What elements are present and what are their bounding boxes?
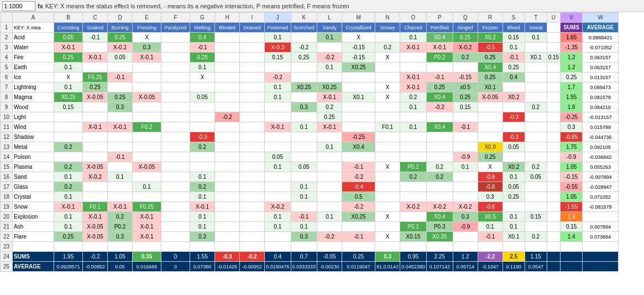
col-G[interactable]: G	[190, 13, 215, 23]
cell-5-I	[240, 63, 265, 73]
cell-4-O	[400, 53, 427, 63]
cell-8-W: 0.081578	[583, 92, 619, 102]
col-R[interactable]: R	[478, 13, 502, 23]
cell-8-G: 0.05	[190, 92, 215, 102]
col-S[interactable]: S	[502, 13, 525, 23]
cell-11-U	[547, 122, 560, 132]
cell-20-G: 0.1	[190, 212, 215, 222]
cell-24-O: 0.95	[400, 252, 427, 262]
cell-1-I: Drained	[240, 23, 265, 33]
col-O[interactable]: O	[400, 13, 427, 23]
cell-19-Q: X-0.2	[453, 202, 478, 212]
col-V[interactable]: V	[561, 13, 583, 23]
col-D[interactable]: D	[108, 13, 133, 23]
cell-18-N	[375, 192, 400, 202]
cell-19-T	[525, 202, 547, 212]
cell-24-I: -0.2	[240, 252, 265, 262]
cell-2-Q: 0.25	[453, 33, 478, 43]
cell-14-U	[547, 152, 560, 162]
col-P[interactable]: P	[426, 13, 453, 23]
cell-17-W: -0.028947	[583, 182, 619, 192]
col-H[interactable]: H	[215, 13, 240, 23]
cell-16-E	[133, 172, 161, 182]
cell-22-D: 0.3	[108, 232, 133, 242]
cell-24-T: 1.15	[525, 252, 547, 262]
cell-23-L	[317, 242, 342, 252]
zoom-input[interactable]	[2, 1, 35, 11]
cell-3-R: -0.5	[478, 43, 502, 53]
cell-4-T: X0.1	[525, 53, 547, 63]
col-L[interactable]: L	[317, 13, 342, 23]
col-E[interactable]: E	[133, 13, 161, 23]
cell-8-E: X-0.05	[133, 92, 161, 102]
cell-10-H: -0.2	[215, 112, 240, 122]
col-K[interactable]: K	[291, 13, 317, 23]
col-J[interactable]: J	[265, 13, 291, 23]
cell-1-O: Charred	[400, 23, 427, 33]
cell-4-G: 0.25	[190, 53, 215, 63]
cell-25-P: 0.107142	[426, 262, 453, 272]
col-Q[interactable]: Q	[453, 13, 478, 23]
row-num-7: 7	[1, 82, 13, 92]
cell-23-M	[342, 242, 375, 252]
cell-11-J: X-0.1	[265, 122, 291, 132]
cell-25-H: -0.01428	[215, 262, 240, 272]
cell-22-S: X0.1	[502, 232, 525, 242]
cell-16-G: 0.1	[190, 172, 215, 182]
cell-24-U	[547, 252, 560, 262]
cell-16-O: 0.2	[400, 172, 427, 182]
cell-7-O: X-0.1	[400, 82, 427, 92]
cell-22-O: X0.15	[400, 232, 427, 242]
col-F[interactable]: F	[161, 13, 190, 23]
cell-2-V: 1.65	[561, 33, 583, 43]
row-num-21: 21	[1, 222, 13, 232]
cell-19-C: F0.1	[83, 202, 108, 212]
cell-5-B: 0.1	[54, 63, 83, 73]
col-I[interactable]: I	[240, 13, 265, 23]
cell-3-N: 0.2	[375, 43, 400, 53]
cell-25-J: 0.0190476	[265, 262, 291, 272]
cell-25-T: 0.0547	[525, 262, 547, 272]
cell-16-J	[265, 172, 291, 182]
table-row: 5 Earth 0.1 0.1 0.1 X0.25 X0.4 0.25 1.2 …	[1, 63, 619, 73]
cell-4-E: X-0.1	[133, 53, 161, 63]
cell-7-S	[502, 82, 525, 92]
cell-22-N: X	[375, 232, 400, 242]
cell-23-U	[547, 242, 560, 252]
col-T[interactable]: T	[525, 13, 547, 23]
cell-25-O: 0.0452380	[400, 262, 427, 272]
sums-row: 24 SUMS 1.95 -0.2 1.05 0.35 0 1.55 -0.3 …	[1, 252, 619, 262]
cell-4-P: P0.2	[426, 53, 453, 63]
cell-11-B	[54, 122, 83, 132]
cell-23-E	[133, 242, 161, 252]
cell-15-J: 0.1	[265, 162, 291, 172]
cell-16-H	[215, 172, 240, 182]
col-C[interactable]: C	[83, 13, 108, 23]
col-N[interactable]: N	[375, 13, 400, 23]
cell-17-L	[317, 182, 342, 192]
col-W[interactable]: W	[583, 13, 619, 23]
cell-2-K	[291, 33, 317, 43]
cell-19-O: X-0.2	[400, 202, 427, 212]
cell-10-W: -0.013157	[583, 112, 619, 122]
cell-9-F	[161, 102, 190, 112]
cell-24-Q: 1.2	[453, 252, 478, 262]
cell-21-B: 0.1	[54, 222, 83, 232]
cell-11-V: 0.3	[561, 122, 583, 132]
cell-9-C	[83, 102, 108, 112]
col-M[interactable]: M	[342, 13, 375, 23]
cell-23-R	[478, 242, 502, 252]
cell-5-D	[108, 63, 133, 73]
row-num-23: 23	[1, 242, 13, 252]
cell-1-N: Snowy	[375, 23, 400, 33]
col-B[interactable]: B	[54, 13, 83, 23]
cell-2-G: 0.4	[190, 33, 215, 43]
cell-3-M: -0.15	[342, 43, 375, 53]
cell-17-P	[426, 182, 453, 192]
col-A[interactable]: A	[13, 13, 54, 23]
cell-6-G: X	[190, 73, 215, 82]
table-row: 4 Fire 0.25 X-0.1 0.05 X-0.1 0.25 0.15 0…	[1, 53, 619, 63]
cell-8-V: 1.55	[561, 92, 583, 102]
col-U[interactable]: U	[547, 13, 560, 23]
cell-2-B: 0.05	[54, 33, 83, 43]
